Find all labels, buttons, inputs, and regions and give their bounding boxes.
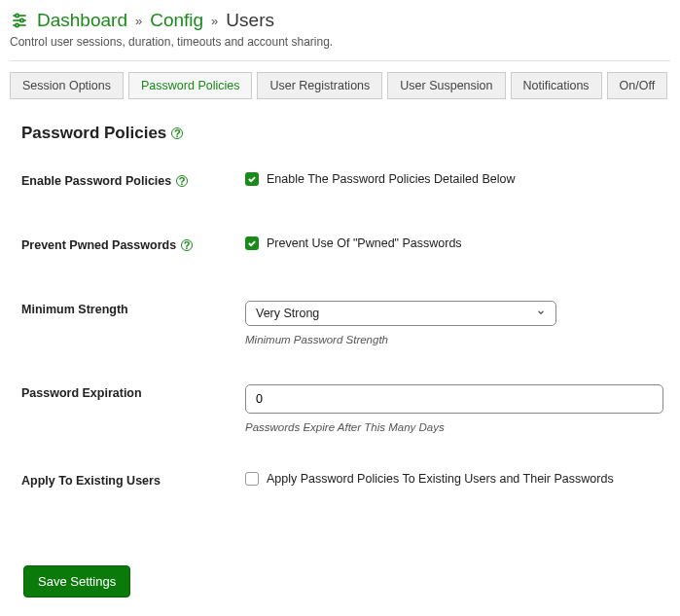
help-icon[interactable]: ? <box>171 127 183 139</box>
breadcrumb-config[interactable]: Config <box>150 10 203 31</box>
tab-password-policies[interactable]: Password Policies <box>128 72 252 99</box>
password-expiration-hint: Passwords Expire After This Many Days <box>245 421 670 433</box>
chevron-down-icon <box>536 307 546 320</box>
label-text: Minimum Strength <box>21 303 128 316</box>
minimum-strength-label: Minimum Strength <box>21 301 245 316</box>
breadcrumb-separator: » <box>211 14 218 28</box>
password-expiration-label: Password Expiration <box>21 384 245 400</box>
apply-existing-label: Apply To Existing Users <box>21 472 245 488</box>
breadcrumb: Dashboard » Config » Users <box>10 10 670 31</box>
select-value: Very Strong <box>256 307 319 320</box>
label-text: Password Expiration <box>21 386 142 400</box>
minimum-strength-hint: Minimum Password Strength <box>245 334 670 345</box>
tab-user-suspension[interactable]: User Suspension <box>387 72 505 99</box>
tab-session-options[interactable]: Session Options <box>10 72 124 99</box>
prevent-pwned-checkbox[interactable]: Prevent Use Of "Pwned" Passwords <box>245 236 670 250</box>
tab-notifications[interactable]: Notifications <box>511 72 602 99</box>
tab-user-registrations[interactable]: User Registrations <box>257 72 382 99</box>
checkbox-checked-icon <box>245 172 259 186</box>
page-subtitle: Control user sessions, duration, timeout… <box>10 35 670 49</box>
svg-point-3 <box>16 14 18 17</box>
tabs: Session Options Password Policies User R… <box>10 72 670 99</box>
label-text: Enable Password Policies <box>21 174 171 188</box>
checkbox-checked-icon <box>245 236 259 250</box>
checkbox-unchecked-icon <box>245 472 259 486</box>
help-icon[interactable]: ? <box>176 175 188 187</box>
prevent-pwned-label: Prevent Pwned Passwords ? <box>21 236 245 252</box>
breadcrumb-current: Users <box>226 10 274 31</box>
enable-password-policies-label: Enable Password Policies ? <box>21 172 245 188</box>
label-text: Apply To Existing Users <box>21 474 161 488</box>
svg-point-5 <box>16 23 18 26</box>
divider <box>10 60 670 61</box>
checkbox-label: Prevent Use Of "Pwned" Passwords <box>267 236 462 250</box>
breadcrumb-separator: » <box>135 14 142 28</box>
settings-icon <box>10 11 29 30</box>
section-title: Password Policies ? <box>21 124 670 143</box>
breadcrumb-dashboard[interactable]: Dashboard <box>37 10 127 31</box>
apply-existing-checkbox[interactable]: Apply Password Policies To Existing User… <box>245 472 670 486</box>
password-expiration-input[interactable] <box>245 384 663 414</box>
label-text: Prevent Pwned Passwords <box>21 238 176 252</box>
enable-password-policies-checkbox[interactable]: Enable The Password Policies Detailed Be… <box>245 172 670 186</box>
section-title-text: Password Policies <box>21 124 166 143</box>
tab-on-off[interactable]: On/Off <box>607 72 668 99</box>
checkbox-label: Enable The Password Policies Detailed Be… <box>267 172 515 186</box>
minimum-strength-select[interactable]: Very Strong <box>245 301 556 326</box>
help-icon[interactable]: ? <box>181 239 193 251</box>
svg-point-4 <box>20 18 23 21</box>
save-settings-button[interactable]: Save Settings <box>23 565 130 598</box>
checkbox-label: Apply Password Policies To Existing User… <box>267 472 614 486</box>
